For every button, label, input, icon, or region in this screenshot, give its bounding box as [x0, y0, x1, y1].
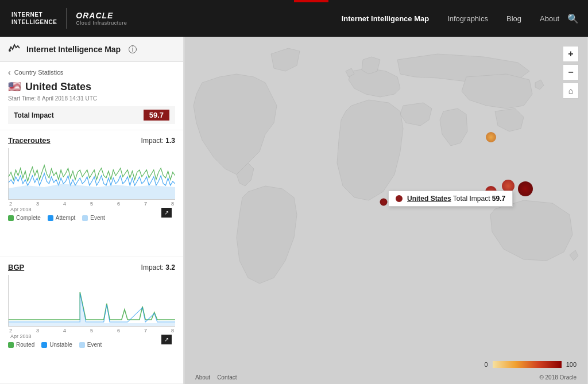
back-navigation[interactable]: ‹ Country Statistics — [8, 68, 175, 77]
oracle-text: ORACLE — [76, 11, 113, 20]
bgp-expand-button[interactable]: ↗ — [161, 335, 172, 344]
hotspot-iran[interactable] — [485, 186, 497, 197]
sidebar-header: Internet Intelligence Map i — [0, 37, 183, 62]
sidebar-logo-icon — [8, 42, 21, 56]
country-flag: 🇺🇸 — [8, 80, 21, 93]
bgp-chart-area — [8, 275, 175, 327]
legend-attempt-dot — [48, 215, 53, 221]
total-impact-value: 59.7 — [144, 110, 169, 121]
map-legend: 0 100 — [485, 361, 577, 368]
bgp-legend: Routed Unstable Event — [8, 342, 175, 348]
legend-routed-dot — [8, 342, 14, 348]
traceroutes-x-sublabel: Apr 2018 — [10, 207, 175, 212]
nav-link-map[interactable]: Internet Intelligence Map — [342, 14, 429, 23]
logo-area: INTERNET INTELLIGENCE ORACLE Cloud Infra… — [11, 8, 127, 29]
info-icon[interactable]: i — [129, 45, 137, 53]
legend-max-label: 100 — [566, 361, 577, 368]
bgp-impact-label: Impact: 3.2 — [141, 263, 175, 271]
hotspot-us[interactable] — [380, 199, 388, 206]
start-time: Start Time: 8 April 2018 14:31 UTC — [8, 95, 175, 102]
legend-min-label: 0 — [485, 361, 488, 368]
home-button[interactable]: ⌂ — [563, 83, 579, 99]
sidebar: Internet Intelligence Map i ‹ Country St… — [0, 37, 184, 384]
legend-complete: Complete — [8, 215, 41, 221]
copyright-text: © 2018 Oracle — [539, 374, 577, 381]
map-controls: + − ⌂ — [563, 46, 579, 99]
oracle-logo: ORACLE Cloud Infrastructure — [76, 11, 127, 26]
bgp-header: BGP Impact: 3.2 — [8, 263, 175, 271]
traceroutes-header: Traceroutes Impact: 1.3 — [8, 136, 175, 145]
map-footer: About Contact © 2018 Oracle — [184, 374, 588, 381]
hotspot-africa[interactable] — [455, 191, 463, 199]
traceroutes-x-labels: 2 3 4 5 6 7 8 — [8, 201, 175, 207]
zoom-in-button[interactable]: + — [563, 46, 579, 62]
traceroutes-impact-value: 1.3 — [165, 137, 175, 145]
footer-contact-link[interactable]: Contact — [217, 374, 237, 381]
bgp-impact-value: 3.2 — [165, 263, 175, 271]
traceroutes-title: Traceroutes — [8, 136, 51, 145]
world-map-svg — [184, 37, 588, 384]
legend-bgp-event-dot — [79, 342, 85, 348]
bgp-title: BGP — [8, 263, 24, 271]
nav-links: Internet Intelligence Map Infographics B… — [342, 14, 559, 23]
footer-about-link[interactable]: About — [195, 374, 210, 381]
map-area: United States Total Impact 59.7 + − ⌂ 0 … — [184, 37, 588, 384]
zoom-out-button[interactable]: − — [563, 64, 579, 80]
legend-unstable-dot — [41, 342, 47, 348]
traceroutes-chart-area — [8, 148, 175, 200]
bgp-x-sublabel: Apr 2018 — [10, 333, 175, 339]
footer-links: About Contact — [195, 374, 237, 381]
total-impact-row: Total Impact 59.7 — [8, 106, 175, 124]
legend-event: Event — [82, 215, 105, 221]
legend-event-dot — [82, 215, 88, 221]
legend-attempt: Attempt — [48, 215, 75, 221]
total-impact-label: Total Impact — [14, 111, 54, 119]
search-icon[interactable]: 🔍 — [567, 13, 579, 24]
nav-link-about[interactable]: About — [540, 14, 559, 23]
oracle-sub: Cloud Infrastructure — [76, 20, 127, 26]
top-navigation: INTERNET INTELLIGENCE ORACLE Cloud Infra… — [0, 0, 588, 37]
sidebar-title: Internet Intelligence Map — [26, 45, 121, 54]
country-name-row: 🇺🇸 United States — [8, 80, 175, 93]
legend-bgp-event: Event — [79, 342, 102, 348]
traceroutes-impact-label: Impact: 1.3 — [141, 137, 175, 145]
country-name: United States — [25, 81, 91, 93]
legend-gradient — [493, 361, 562, 368]
hotspot-russia[interactable] — [486, 132, 496, 142]
country-stats: ‹ Country Statistics 🇺🇸 United States St… — [0, 62, 183, 130]
traceroutes-legend: Complete Attempt Event — [8, 215, 175, 221]
red-accent-bar — [294, 0, 328, 2]
logo-divider — [66, 8, 67, 29]
internet-intelligence-logo: INTERNET INTELLIGENCE — [11, 11, 57, 26]
traceroutes-expand-button[interactable]: ↗ — [161, 208, 172, 218]
bgp-chart-wrapper: 2 3 4 5 6 7 8 Apr 2018 Routed U — [8, 275, 175, 348]
traceroutes-chart-wrapper: 2 3 4 5 6 7 8 Apr 2018 Complete — [8, 148, 175, 221]
hotspot-middle-east-1[interactable] — [502, 180, 514, 192]
bgp-section: BGP Impact: 3.2 — [0, 257, 183, 384]
back-arrow-icon: ‹ — [8, 68, 11, 77]
bgp-x-labels: 2 3 4 5 6 7 8 — [8, 328, 175, 333]
traceroutes-section: Traceroutes Impact: 1.3 — [0, 130, 183, 257]
back-label: Country Statistics — [14, 69, 64, 76]
legend-routed: Routed — [8, 342, 34, 348]
main-layout: Internet Intelligence Map i ‹ Country St… — [0, 37, 588, 384]
svg-marker-1 — [9, 184, 175, 200]
nav-link-infographics[interactable]: Infographics — [447, 14, 488, 23]
nav-link-blog[interactable]: Blog — [506, 14, 521, 23]
hotspot-pakistan[interactable] — [518, 181, 533, 196]
svg-point-0 — [9, 49, 11, 52]
legend-complete-dot — [8, 215, 14, 221]
legend-unstable: Unstable — [41, 342, 72, 348]
